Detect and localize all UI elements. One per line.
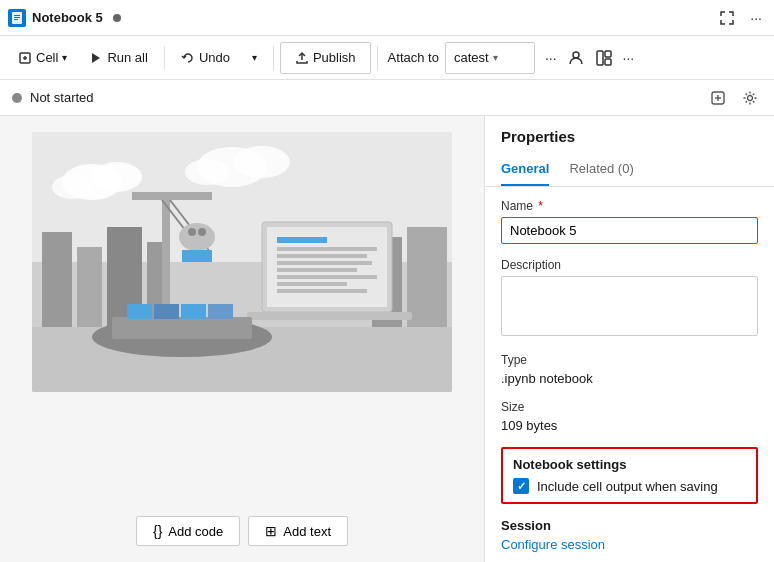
canvas-area: {} Add code ⊞ Add text [0, 116, 484, 562]
svg-point-20 [52, 175, 92, 199]
toolbar-layout-button[interactable] [591, 45, 617, 71]
svg-point-23 [185, 159, 229, 185]
status-bar: Not started [0, 80, 774, 116]
undo-label: Undo [199, 50, 230, 65]
size-label: Size [501, 400, 758, 414]
description-field-group: Description [501, 258, 758, 339]
run-all-button[interactable]: Run all [79, 42, 157, 74]
properties-header: Properties [485, 116, 774, 153]
publish-button[interactable]: Publish [280, 42, 371, 74]
svg-rect-55 [181, 304, 206, 319]
add-code-button[interactable]: {} Add code [136, 516, 240, 546]
svg-rect-3 [14, 19, 18, 20]
svg-rect-39 [182, 250, 212, 262]
svg-rect-56 [208, 304, 233, 319]
status-dot [12, 93, 22, 103]
svg-rect-45 [277, 261, 372, 265]
expand-button[interactable] [716, 7, 738, 29]
name-label: Name * [501, 199, 758, 213]
add-text-button[interactable]: ⊞ Add text [248, 516, 348, 546]
more-options-button[interactable]: ··· [746, 6, 766, 30]
include-output-checkbox[interactable]: ✓ [513, 478, 529, 494]
svg-rect-47 [277, 275, 377, 279]
svg-point-19 [92, 162, 142, 192]
svg-point-22 [234, 146, 290, 178]
undo-dropdown[interactable]: ▾ [242, 42, 267, 74]
svg-marker-7 [92, 53, 100, 63]
undo-button[interactable]: Undo [171, 42, 240, 74]
size-field-group: Size 109 bytes [501, 400, 758, 433]
toolbar-more-button[interactable]: ··· [541, 46, 561, 70]
checkbox-check-icon: ✓ [517, 480, 526, 493]
svg-rect-50 [247, 312, 412, 320]
configure-session-link[interactable]: Configure session [501, 537, 605, 552]
attach-select[interactable]: catest ▾ [445, 42, 535, 74]
svg-point-38 [198, 228, 206, 236]
title-bar-right: ··· [716, 6, 766, 30]
toolbar-separator-1 [164, 46, 165, 70]
type-label: Type [501, 353, 758, 367]
svg-rect-48 [277, 282, 347, 286]
tab-related[interactable]: Related (0) [569, 153, 633, 186]
name-input[interactable] [501, 217, 758, 244]
attach-chevron: ▾ [493, 52, 498, 63]
size-value: 109 bytes [501, 418, 758, 433]
svg-rect-11 [605, 51, 611, 57]
status-label: Not started [30, 90, 94, 105]
svg-rect-49 [277, 289, 367, 293]
description-textarea[interactable] [501, 276, 758, 336]
status-left: Not started [12, 90, 94, 105]
run-all-label: Run all [107, 50, 147, 65]
toolbar-separator-2 [273, 46, 274, 70]
svg-rect-10 [597, 51, 603, 65]
svg-point-9 [573, 52, 579, 58]
svg-point-36 [179, 223, 215, 251]
properties-tabs: General Related (0) [485, 153, 774, 187]
cell-button[interactable]: Cell ▾ [8, 42, 77, 74]
type-value: .ipynb notebook [501, 371, 758, 386]
add-text-label: Add text [283, 524, 331, 539]
svg-rect-52 [112, 317, 252, 339]
svg-point-16 [748, 95, 753, 100]
svg-rect-43 [277, 247, 377, 251]
notebook-title: Notebook 5 [32, 10, 103, 25]
toolbar-person-button[interactable] [563, 45, 589, 71]
toolbar-dots-button[interactable]: ··· [619, 46, 639, 70]
svg-rect-42 [277, 237, 327, 243]
name-field-group: Name * [501, 199, 758, 244]
add-code-label: Add code [168, 524, 223, 539]
add-code-icon: {} [153, 523, 162, 539]
svg-rect-44 [277, 254, 367, 258]
include-output-row: ✓ Include cell output when saving [513, 478, 746, 494]
attach-value: catest [454, 50, 489, 65]
svg-rect-2 [14, 17, 20, 18]
tab-general[interactable]: General [501, 153, 549, 186]
svg-rect-46 [277, 268, 357, 272]
svg-rect-53 [127, 304, 152, 319]
attach-to-label: Attach to [388, 50, 439, 65]
add-text-icon: ⊞ [265, 523, 277, 539]
toolbar: Cell ▾ Run all Undo ▾ Publish Attach to … [0, 36, 774, 80]
svg-rect-54 [154, 304, 179, 319]
name-required: * [538, 199, 543, 213]
cell-chevron: ▾ [62, 52, 67, 63]
description-label: Description [501, 258, 758, 272]
properties-body: Name * Description Type .ipynb notebook … [485, 187, 774, 562]
settings-title: Notebook settings [513, 457, 746, 472]
unsaved-indicator [113, 14, 121, 22]
notebook-illustration [32, 132, 452, 392]
properties-panel: Properties General Related (0) Name * De… [484, 116, 774, 562]
status-settings-button[interactable] [706, 86, 730, 110]
main-content: {} Add code ⊞ Add text Properties Genera… [0, 116, 774, 562]
notebook-icon [8, 9, 26, 27]
publish-label: Publish [313, 50, 356, 65]
toolbar-separator-3 [377, 46, 378, 70]
cell-label: Cell [36, 50, 58, 65]
title-bar-left: Notebook 5 [8, 9, 121, 27]
include-output-label[interactable]: Include cell output when saving [537, 479, 718, 494]
svg-rect-33 [132, 192, 212, 200]
action-buttons: {} Add code ⊞ Add text [136, 516, 348, 546]
notebook-settings-section: Notebook settings ✓ Include cell output … [501, 447, 758, 504]
status-gear-button[interactable] [738, 86, 762, 110]
type-field-group: Type .ipynb notebook [501, 353, 758, 386]
